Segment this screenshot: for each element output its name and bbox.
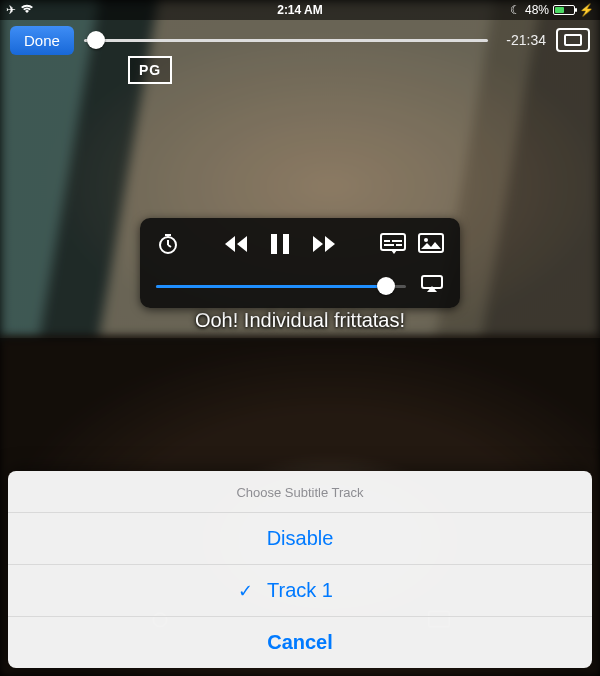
sheet-option-disable[interactable]: Disable: [8, 512, 592, 564]
done-button[interactable]: Done: [10, 26, 74, 55]
status-bar: ✈ 2:14 AM ☾ 48% ⚡: [0, 0, 600, 20]
sheet-title: Choose Subtitle Track: [8, 471, 592, 512]
video-player-1: ✈ 2:14 AM ☾ 48% ⚡ Done -21:34 PG: [0, 0, 600, 338]
rewind-icon[interactable]: [221, 232, 251, 260]
fast-forward-icon[interactable]: [309, 232, 339, 260]
sheet-cancel-button[interactable]: Cancel: [8, 616, 592, 668]
subtitle-caption: Ooh! Individual frittatas!: [0, 309, 600, 332]
svg-rect-8: [419, 234, 443, 252]
cancel-label: Cancel: [267, 631, 333, 653]
svg-rect-4: [384, 244, 394, 246]
svg-rect-1: [271, 234, 277, 254]
subtitles-icon[interactable]: [380, 233, 406, 259]
battery-icon: [553, 5, 575, 15]
battery-percentage: 48%: [525, 3, 549, 17]
moon-icon: ☾: [510, 3, 521, 17]
svg-rect-2: [283, 234, 289, 254]
sleep-timer-icon[interactable]: [156, 232, 180, 260]
volume-slider[interactable]: [156, 285, 406, 288]
rating-badge: PG: [128, 56, 172, 84]
subtitle-action-sheet: Choose Subtitle Track Disable ✓ Track 1 …: [8, 471, 592, 668]
svg-rect-5: [396, 244, 402, 246]
aspect-ratio-button[interactable]: [556, 28, 590, 52]
checkmark-icon: ✓: [238, 580, 253, 602]
svg-rect-6: [384, 240, 390, 242]
time-remaining: -21:34: [498, 32, 546, 48]
svg-rect-7: [392, 240, 402, 242]
playback-hud: [140, 218, 460, 308]
svg-point-9: [424, 238, 428, 242]
player-toolbar: Done -21:34: [0, 20, 600, 60]
wifi-icon: [20, 3, 34, 17]
charging-icon: ⚡: [579, 3, 594, 17]
airplane-mode-icon: ✈: [6, 3, 16, 17]
option-label: Track 1: [267, 579, 333, 601]
sheet-option-track1[interactable]: ✓ Track 1: [8, 564, 592, 616]
pause-icon[interactable]: [269, 232, 291, 260]
video-player-2: ✈ 2:14 AM ☾ 48% ⚡ Done -21:27 PG: [0, 338, 600, 676]
airplay-icon[interactable]: [420, 274, 444, 298]
picture-icon[interactable]: [418, 233, 444, 259]
option-label: Disable: [267, 527, 334, 549]
playback-scrubber[interactable]: [84, 30, 488, 50]
